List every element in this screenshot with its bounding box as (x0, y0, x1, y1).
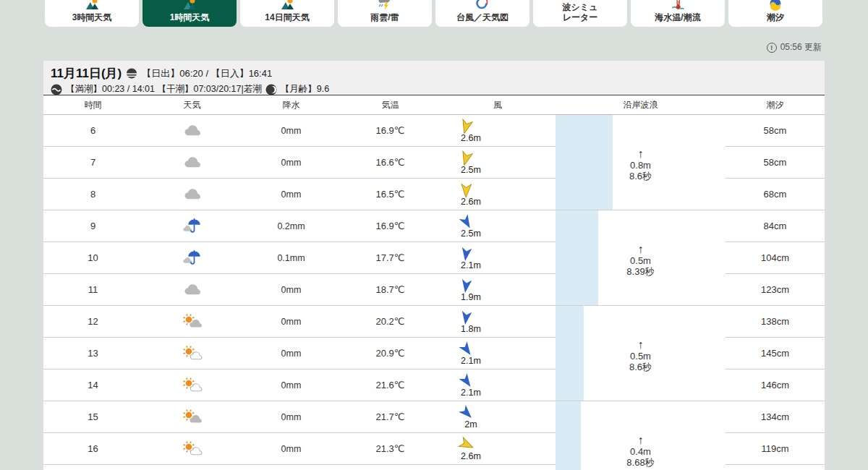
tab-label: 潮汐 (767, 13, 784, 22)
tab-14day-weather[interactable]: 14日間天気 (240, 0, 334, 27)
moon-age-label: 【月齢】9.6 (281, 83, 329, 95)
hour-cell: 11 (43, 274, 142, 306)
coastal-wave-cell (556, 179, 726, 210)
precipitation-cell: 0mm (242, 401, 341, 433)
weather-cell (142, 274, 242, 306)
forecast-row: 150mm21.7℃ 2m134cm (43, 401, 825, 433)
rain-umbrella-icon (182, 249, 202, 267)
coastal-wave-cell (556, 274, 726, 306)
hour-cell: 16 (43, 433, 142, 465)
column-header-0: 時間 (43, 99, 142, 111)
tab-wave-simulator[interactable]: 波シミュ レーター (533, 0, 627, 27)
rain-lightning-icon (378, 0, 392, 11)
wave-period-label: 8.6秒 (556, 171, 726, 181)
tab-sea-temp-current[interactable]: 海水温/潮流 (631, 0, 725, 27)
temperature-cell (341, 465, 440, 470)
column-header-4: 風 (440, 99, 556, 111)
weather-cell (142, 401, 242, 433)
hour-cell: 15 (43, 401, 142, 433)
wave-height-label: 0.5m (556, 351, 726, 362)
forecast-row: 60mm16.9℃ 2.6m58cm (43, 115, 825, 147)
cloudy-icon (183, 282, 202, 297)
tab-tide[interactable]: 潮汐 (728, 0, 822, 27)
column-header-1: 天気 (142, 99, 242, 111)
wave-height-label: 0.5m (556, 255, 726, 266)
temperature-cell: 20.9℃ (341, 338, 440, 369)
tab-typhoon-chart[interactable]: 台風／天気図 (435, 0, 529, 27)
tide-cell: 58cm (726, 147, 825, 179)
sunrise-sunset-label: 【日出】06:20 / 【日入】16:41 (142, 67, 272, 80)
wave-up-arrow-icon: ↑ (556, 435, 726, 446)
update-time-label: 05:56 更新 (780, 41, 822, 54)
tab-1hour-weather[interactable]: 1時間天気 (142, 0, 237, 27)
wind-speed-label: 2.6m (461, 451, 481, 461)
weather-cell (142, 338, 242, 369)
hour-cell: 6 (43, 115, 142, 147)
cloudy-icon (183, 123, 202, 138)
tab-label: 雨雲/雷 (370, 13, 399, 22)
precipitation-cell: 0mm (242, 274, 341, 306)
precipitation-cell: 0mm (242, 433, 341, 465)
wave-period-label: 8.68秒 (556, 457, 726, 468)
wave-up-arrow-icon: ↑ (556, 148, 726, 160)
table-header-row: 時間天気降水気温風沿岸波浪潮汐 (43, 95, 825, 115)
tab-label: 14日間天気 (265, 13, 309, 22)
column-header-2: 降水 (242, 99, 341, 111)
coastal-wave-cell (556, 401, 726, 433)
forecast-card: 11月11日(月) 【日出】06:20 / 【日入】16:41 【満潮】00:2… (43, 61, 825, 470)
sun-small-cloud-icon (182, 440, 203, 457)
weather-cell (142, 369, 242, 401)
temperature-cell: 20.2℃ (341, 306, 440, 338)
alert-icon: ! (767, 43, 777, 53)
wind-cell: 2.5m (440, 147, 556, 179)
temperature-cell: 16.9℃ (341, 210, 440, 242)
weather-cell (142, 115, 242, 147)
cloudy-icon (183, 155, 202, 170)
precipitation-cell: 0mm (242, 369, 341, 401)
temperature-cell: 21.3℃ (341, 433, 440, 465)
hour-cell: 12 (43, 306, 142, 338)
day-header: 11月11日(月) 【日出】06:20 / 【日入】16:41 【満潮】00:2… (43, 61, 825, 95)
hour-cell: 7 (43, 147, 142, 179)
wave-sail-icon (573, 0, 587, 1)
forecast-row: 120mm20.2℃ 1.8m138cm (43, 306, 825, 338)
sun-small-cloud-icon (182, 377, 203, 393)
wave-group-label: ↑ 0.4m 8.68秒 (556, 435, 726, 468)
wind-direction-arrow-icon (459, 276, 473, 293)
wind-cell: 2.1m (440, 369, 556, 401)
typhoon-swirl-icon (475, 0, 490, 11)
wave-height-label: 0.4m (556, 446, 726, 457)
tide-cell: 146cm (726, 369, 825, 401)
column-header-3: 気温 (341, 99, 440, 111)
coastal-wave-cell (556, 210, 726, 242)
wind-cell: 2.5m (440, 210, 556, 242)
tab-3hour-weather[interactable]: 3時間天気 (45, 0, 139, 27)
precipitation-cell: 0mm (242, 115, 341, 147)
temperature-cell: 21.6℃ (341, 369, 440, 401)
wind-cell: 2.6m (440, 433, 556, 465)
forecast-row: 80mm16.5℃ 2.6m68cm (43, 179, 825, 210)
wind-cell: 2.1m (440, 338, 556, 369)
precipitation-cell: 0.1mm (242, 242, 341, 274)
weather-cell (142, 147, 242, 179)
column-header-5: 沿岸波浪 (556, 99, 726, 111)
hour-cell (43, 465, 142, 470)
tide-circle-icon (768, 0, 783, 11)
tide-cell: 134cm (726, 401, 825, 433)
wave-height-bar (556, 306, 584, 338)
precipitation-cell: 0mm (242, 147, 341, 179)
wave-group-label: ↑ 0.8m 8.6秒 (556, 148, 726, 181)
tab-rain-radar[interactable]: 雨雲/雷 (338, 0, 432, 27)
wave-up-arrow-icon: ↑ (556, 244, 726, 255)
weather-cell (142, 179, 242, 210)
wind-speed-label: 2.1m (461, 356, 481, 366)
tide-cell: 58cm (726, 115, 825, 147)
tab-label: 1時間天気 (170, 13, 210, 22)
wave-height-bar (556, 274, 598, 305)
sun-cloud-icon (182, 313, 203, 330)
precipitation-cell: 0mm (242, 306, 341, 338)
wind-speed-label: 2.1m (461, 260, 481, 270)
wind-direction-arrow-icon (456, 435, 475, 453)
wave-height-bar (556, 210, 598, 242)
temperature-cell: 17.7℃ (341, 242, 440, 274)
